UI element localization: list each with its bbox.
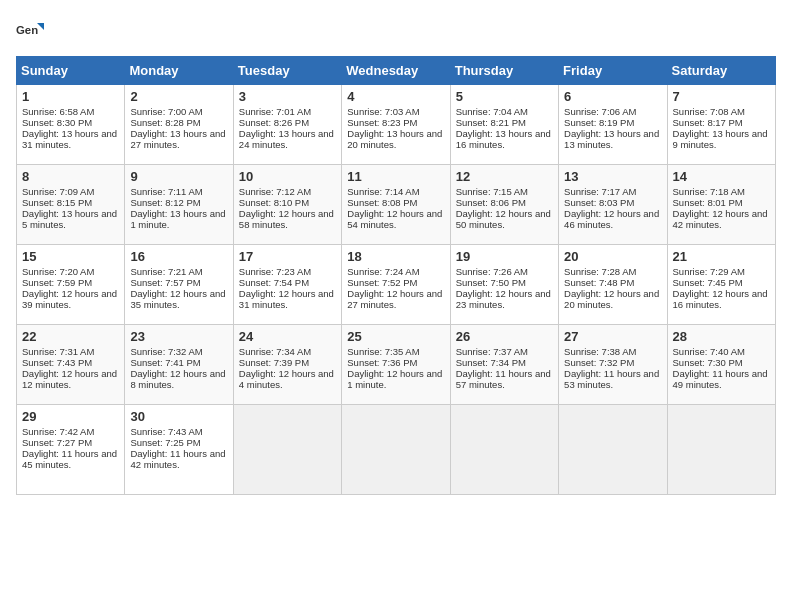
sunrise-label: Sunrise: 7:11 AM <box>130 186 202 197</box>
calendar-week-row: 22 Sunrise: 7:31 AM Sunset: 7:43 PM Dayl… <box>17 325 776 405</box>
daylight-label: Daylight: 12 hours and 50 minutes. <box>456 208 551 230</box>
day-number: 7 <box>673 89 770 104</box>
sunset-label: Sunset: 8:03 PM <box>564 197 634 208</box>
logo: Gen <box>16 16 48 44</box>
daylight-label: Daylight: 13 hours and 27 minutes. <box>130 128 225 150</box>
header-row: SundayMondayTuesdayWednesdayThursdayFrid… <box>17 57 776 85</box>
calendar-day-cell: 4 Sunrise: 7:03 AM Sunset: 8:23 PM Dayli… <box>342 85 450 165</box>
calendar-week-row: 15 Sunrise: 7:20 AM Sunset: 7:59 PM Dayl… <box>17 245 776 325</box>
day-number: 21 <box>673 249 770 264</box>
day-number: 4 <box>347 89 444 104</box>
sunrise-label: Sunrise: 7:12 AM <box>239 186 311 197</box>
calendar-day-cell: 26 Sunrise: 7:37 AM Sunset: 7:34 PM Dayl… <box>450 325 558 405</box>
sunset-label: Sunset: 7:59 PM <box>22 277 92 288</box>
header-day: Friday <box>559 57 667 85</box>
sunrise-label: Sunrise: 7:09 AM <box>22 186 94 197</box>
daylight-label: Daylight: 12 hours and 12 minutes. <box>22 368 117 390</box>
day-number: 5 <box>456 89 553 104</box>
sunset-label: Sunset: 8:30 PM <box>22 117 92 128</box>
calendar-day-cell: 3 Sunrise: 7:01 AM Sunset: 8:26 PM Dayli… <box>233 85 341 165</box>
daylight-label: Daylight: 12 hours and 54 minutes. <box>347 208 442 230</box>
daylight-label: Daylight: 12 hours and 42 minutes. <box>673 208 768 230</box>
day-number: 17 <box>239 249 336 264</box>
daylight-label: Daylight: 11 hours and 53 minutes. <box>564 368 659 390</box>
calendar-day-cell: 11 Sunrise: 7:14 AM Sunset: 8:08 PM Dayl… <box>342 165 450 245</box>
day-number: 6 <box>564 89 661 104</box>
sunset-label: Sunset: 7:57 PM <box>130 277 200 288</box>
calendar-day-cell: 20 Sunrise: 7:28 AM Sunset: 7:48 PM Dayl… <box>559 245 667 325</box>
sunset-label: Sunset: 7:25 PM <box>130 437 200 448</box>
daylight-label: Daylight: 13 hours and 13 minutes. <box>564 128 659 150</box>
sunrise-label: Sunrise: 7:00 AM <box>130 106 202 117</box>
calendar-day-cell: 10 Sunrise: 7:12 AM Sunset: 8:10 PM Dayl… <box>233 165 341 245</box>
calendar-day-cell: 12 Sunrise: 7:15 AM Sunset: 8:06 PM Dayl… <box>450 165 558 245</box>
daylight-label: Daylight: 13 hours and 31 minutes. <box>22 128 117 150</box>
header-day: Monday <box>125 57 233 85</box>
calendar-day-cell: 1 Sunrise: 6:58 AM Sunset: 8:30 PM Dayli… <box>17 85 125 165</box>
daylight-label: Daylight: 12 hours and 16 minutes. <box>673 288 768 310</box>
sunset-label: Sunset: 8:26 PM <box>239 117 309 128</box>
sunset-label: Sunset: 7:30 PM <box>673 357 743 368</box>
sunrise-label: Sunrise: 7:14 AM <box>347 186 419 197</box>
sunset-label: Sunset: 7:54 PM <box>239 277 309 288</box>
sunrise-label: Sunrise: 7:23 AM <box>239 266 311 277</box>
header-day: Wednesday <box>342 57 450 85</box>
day-number: 9 <box>130 169 227 184</box>
daylight-label: Daylight: 13 hours and 24 minutes. <box>239 128 334 150</box>
calendar-day-cell: 17 Sunrise: 7:23 AM Sunset: 7:54 PM Dayl… <box>233 245 341 325</box>
calendar-day-cell: 5 Sunrise: 7:04 AM Sunset: 8:21 PM Dayli… <box>450 85 558 165</box>
sunset-label: Sunset: 7:39 PM <box>239 357 309 368</box>
calendar-day-cell: 22 Sunrise: 7:31 AM Sunset: 7:43 PM Dayl… <box>17 325 125 405</box>
day-number: 23 <box>130 329 227 344</box>
calendar-day-cell: 28 Sunrise: 7:40 AM Sunset: 7:30 PM Dayl… <box>667 325 775 405</box>
sunset-label: Sunset: 7:48 PM <box>564 277 634 288</box>
sunrise-label: Sunrise: 7:06 AM <box>564 106 636 117</box>
sunrise-label: Sunrise: 7:43 AM <box>130 426 202 437</box>
sunrise-label: Sunrise: 7:38 AM <box>564 346 636 357</box>
sunset-label: Sunset: 7:27 PM <box>22 437 92 448</box>
svg-text:Gen: Gen <box>16 24 38 36</box>
daylight-label: Daylight: 13 hours and 9 minutes. <box>673 128 768 150</box>
calendar-week-row: 1 Sunrise: 6:58 AM Sunset: 8:30 PM Dayli… <box>17 85 776 165</box>
day-number: 11 <box>347 169 444 184</box>
day-number: 18 <box>347 249 444 264</box>
day-number: 13 <box>564 169 661 184</box>
sunset-label: Sunset: 7:34 PM <box>456 357 526 368</box>
sunrise-label: Sunrise: 7:28 AM <box>564 266 636 277</box>
calendar-day-cell: 29 Sunrise: 7:42 AM Sunset: 7:27 PM Dayl… <box>17 405 125 495</box>
calendar-week-row: 29 Sunrise: 7:42 AM Sunset: 7:27 PM Dayl… <box>17 405 776 495</box>
daylight-label: Daylight: 12 hours and 8 minutes. <box>130 368 225 390</box>
sunset-label: Sunset: 8:15 PM <box>22 197 92 208</box>
daylight-label: Daylight: 12 hours and 46 minutes. <box>564 208 659 230</box>
day-number: 12 <box>456 169 553 184</box>
sunrise-label: Sunrise: 7:34 AM <box>239 346 311 357</box>
calendar-day-cell: 9 Sunrise: 7:11 AM Sunset: 8:12 PM Dayli… <box>125 165 233 245</box>
day-number: 29 <box>22 409 119 424</box>
calendar-day-cell: 15 Sunrise: 7:20 AM Sunset: 7:59 PM Dayl… <box>17 245 125 325</box>
calendar-day-cell: 13 Sunrise: 7:17 AM Sunset: 8:03 PM Dayl… <box>559 165 667 245</box>
day-number: 19 <box>456 249 553 264</box>
day-number: 1 <box>22 89 119 104</box>
daylight-label: Daylight: 12 hours and 31 minutes. <box>239 288 334 310</box>
day-number: 16 <box>130 249 227 264</box>
calendar-day-cell <box>450 405 558 495</box>
daylight-label: Daylight: 13 hours and 16 minutes. <box>456 128 551 150</box>
daylight-label: Daylight: 12 hours and 4 minutes. <box>239 368 334 390</box>
calendar-body: 1 Sunrise: 6:58 AM Sunset: 8:30 PM Dayli… <box>17 85 776 495</box>
sunset-label: Sunset: 7:32 PM <box>564 357 634 368</box>
daylight-label: Daylight: 11 hours and 42 minutes. <box>130 448 225 470</box>
header-day: Sunday <box>17 57 125 85</box>
sunset-label: Sunset: 7:50 PM <box>456 277 526 288</box>
sunrise-label: Sunrise: 7:21 AM <box>130 266 202 277</box>
day-number: 25 <box>347 329 444 344</box>
day-number: 3 <box>239 89 336 104</box>
sunset-label: Sunset: 8:06 PM <box>456 197 526 208</box>
daylight-label: Daylight: 13 hours and 5 minutes. <box>22 208 117 230</box>
sunset-label: Sunset: 7:36 PM <box>347 357 417 368</box>
daylight-label: Daylight: 12 hours and 58 minutes. <box>239 208 334 230</box>
header-day: Thursday <box>450 57 558 85</box>
calendar-day-cell: 7 Sunrise: 7:08 AM Sunset: 8:17 PM Dayli… <box>667 85 775 165</box>
sunrise-label: Sunrise: 7:24 AM <box>347 266 419 277</box>
calendar-day-cell: 27 Sunrise: 7:38 AM Sunset: 7:32 PM Dayl… <box>559 325 667 405</box>
day-number: 15 <box>22 249 119 264</box>
